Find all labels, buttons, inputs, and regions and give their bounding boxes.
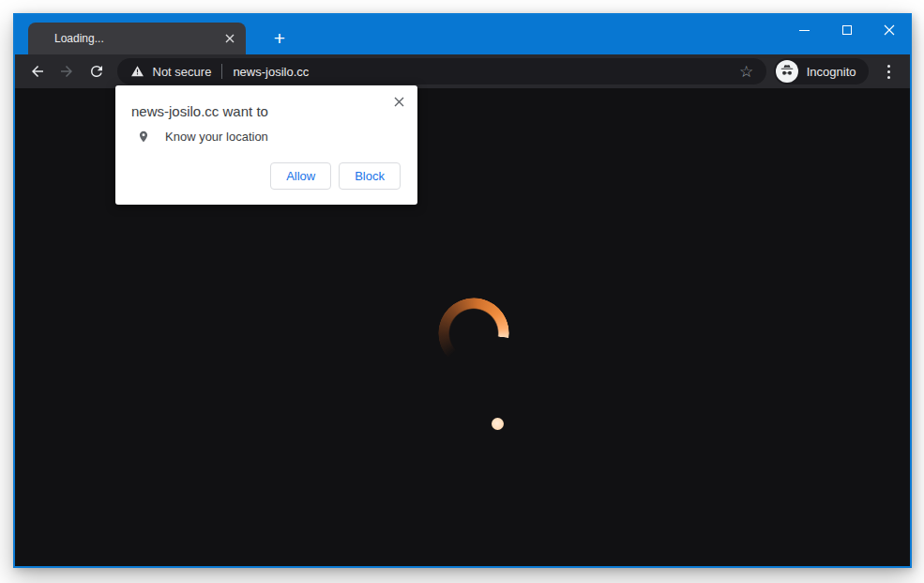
not-secure-label: Not secure: [153, 65, 212, 79]
loading-spinner: [438, 298, 509, 369]
browser-window: Loading... +: [13, 13, 912, 568]
new-tab-button[interactable]: +: [259, 23, 300, 54]
toolbar: Not secure news-josilo.cc ☆ Incognito: [15, 54, 910, 88]
location-pin-icon: [137, 129, 150, 145]
close-icon: [884, 24, 895, 36]
allow-button[interactable]: Allow: [270, 162, 331, 190]
incognito-badge: Incognito: [774, 58, 869, 84]
reload-button[interactable]: [82, 56, 112, 86]
tab-title: Loading...: [54, 32, 220, 45]
close-icon: [394, 97, 404, 107]
star-icon: ☆: [739, 62, 753, 82]
bookmark-star-button[interactable]: ☆: [735, 59, 759, 84]
tab-close-button[interactable]: [220, 28, 240, 49]
url-text: news-josilo.cc: [233, 65, 309, 79]
dialog-close-button[interactable]: [389, 92, 408, 111]
permission-dialog: news-josilo.cc want to Know your locatio…: [115, 85, 417, 205]
incognito-icon: [780, 64, 795, 79]
back-button[interactable]: [23, 56, 53, 86]
forward-arrow-icon: [58, 63, 75, 80]
dialog-title: news-josilo.cc want to: [131, 103, 268, 119]
loading-spinner-head: [492, 418, 504, 430]
kebab-menu-icon: [887, 65, 890, 68]
window-controls: [783, 15, 910, 45]
reload-icon: [88, 63, 105, 80]
permission-request-text: Know your location: [165, 130, 268, 144]
maximize-icon: [842, 25, 852, 35]
tab-loading[interactable]: Loading...: [28, 23, 246, 54]
incognito-label: Incognito: [807, 65, 856, 79]
minimize-button[interactable]: [783, 15, 826, 45]
maximize-button[interactable]: [826, 15, 868, 45]
block-button[interactable]: Block: [339, 162, 401, 190]
browser-menu-button[interactable]: [875, 57, 903, 85]
minimize-icon: [799, 30, 810, 31]
omnibox-divider: [221, 64, 222, 79]
warning-triangle-icon: [130, 65, 144, 78]
close-icon: [225, 34, 235, 43]
plus-icon: +: [274, 27, 285, 50]
address-bar[interactable]: Not secure news-josilo.cc ☆: [117, 58, 766, 84]
titlebar: Loading... +: [15, 15, 910, 54]
forward-button[interactable]: [53, 56, 83, 86]
incognito-avatar: [776, 60, 798, 83]
back-arrow-icon: [29, 63, 46, 80]
close-window-button[interactable]: [868, 15, 910, 45]
